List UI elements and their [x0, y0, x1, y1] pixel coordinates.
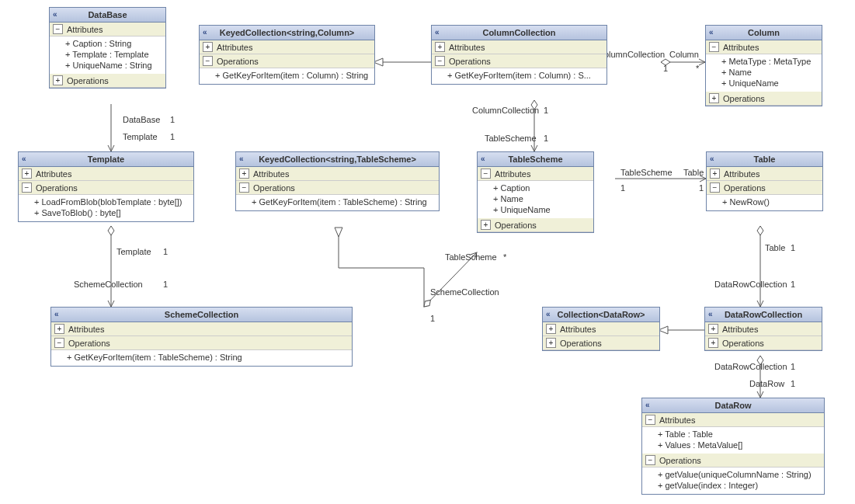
- assoc-role-template: Template: [123, 132, 158, 141]
- class-template[interactable]: «Template +Attributes −Operations + Load…: [18, 151, 194, 222]
- assoc-role-schemecoll: SchemeCollection: [74, 280, 143, 289]
- section-attributes[interactable]: −Attributes: [50, 23, 165, 36]
- class-title: «KeyedCollection<string,TableScheme>: [236, 152, 439, 167]
- plus-icon: +: [708, 324, 718, 334]
- attr-list: + Table : Table+ Values : MetaValue[]: [642, 427, 824, 454]
- section-attributes[interactable]: +Attributes: [432, 40, 606, 54]
- section-operations[interactable]: +Operations: [705, 336, 822, 350]
- section-operations[interactable]: −Operations: [200, 54, 374, 68]
- section-attributes[interactable]: +Attributes: [707, 167, 822, 181]
- assoc-mult-ts3: 1: [620, 183, 625, 193]
- section-operations[interactable]: −Operations: [236, 181, 439, 195]
- plus-icon: +: [708, 338, 718, 348]
- class-datarow-collection[interactable]: «DataRowCollection +Attributes +Operatio…: [704, 307, 822, 351]
- assoc-mult-database: 1: [170, 115, 175, 124]
- section-attributes[interactable]: +Attributes: [236, 167, 439, 181]
- assoc-role-database: DataBase: [123, 115, 160, 124]
- section-attributes[interactable]: −Attributes: [478, 167, 593, 181]
- class-title: «TableScheme: [478, 152, 593, 167]
- section-operations[interactable]: +Operations: [543, 336, 659, 350]
- class-column[interactable]: «Column −Attributes + MetaType : MetaTyp…: [705, 25, 822, 106]
- plus-icon: +: [709, 93, 719, 103]
- plus-icon: +: [239, 169, 249, 179]
- section-attributes[interactable]: +Attributes: [51, 322, 352, 336]
- plus-icon: +: [53, 75, 63, 85]
- class-tablescheme[interactable]: «TableScheme −Attributes + Caption+ Name…: [477, 151, 594, 233]
- assoc-mult-schemecoll2: 1: [430, 314, 435, 323]
- attr-list: + MetaType : MetaType+ Name+ UniqueName: [706, 54, 822, 92]
- plus-icon: +: [710, 169, 720, 179]
- section-operations[interactable]: +Operations: [706, 92, 822, 106]
- minus-icon: −: [53, 24, 63, 34]
- chevron-icon: «: [54, 310, 59, 318]
- plus-icon: +: [203, 42, 213, 52]
- class-title: «SchemeCollection: [51, 308, 352, 322]
- op-list: + LoadFromBlob(blobTemplate : byte[])+ S…: [19, 195, 193, 221]
- section-attributes[interactable]: +Attributes: [200, 40, 374, 54]
- section-attributes[interactable]: +Attributes: [543, 322, 659, 336]
- assoc-role-drc2: DataRowCollection: [714, 362, 787, 371]
- assoc-mult-col: *: [696, 64, 699, 73]
- assoc-role-template2: Template: [116, 247, 151, 256]
- assoc-mult-ts: *: [503, 252, 506, 262]
- assoc-role-ts2: TableScheme: [485, 134, 537, 143]
- class-title: «KeyedCollection<string,Column>: [200, 26, 374, 40]
- assoc-role-cc2: ColumnCollection: [598, 50, 665, 59]
- class-scheme-collection[interactable]: «SchemeCollection +Attributes −Operation…: [50, 307, 353, 367]
- class-keyed-column[interactable]: «KeyedCollection<string,Column> +Attribu…: [199, 25, 375, 85]
- class-table[interactable]: «Table +Attributes −Operations + NewRow(…: [706, 151, 823, 211]
- class-datarow[interactable]: «DataRow −Attributes + Table : Table+ Va…: [641, 398, 825, 495]
- op-list: + GetKeyForItem(item : Column) : S...: [432, 68, 606, 84]
- section-operations[interactable]: −Operations: [51, 336, 352, 350]
- assoc-mult-drc: 1: [791, 280, 795, 289]
- assoc-mult-cc: 1: [544, 106, 548, 115]
- plus-icon: +: [481, 220, 491, 230]
- section-operations[interactable]: −Operations: [707, 181, 822, 195]
- attr-list: + Caption : String+ Template : Template+…: [50, 36, 165, 74]
- minus-icon: −: [709, 42, 719, 52]
- section-operations[interactable]: −Operations: [432, 54, 606, 68]
- section-operations[interactable]: +Operations: [50, 74, 165, 88]
- minus-icon: −: [645, 455, 655, 465]
- assoc-mult-schemecoll: 1: [163, 280, 168, 289]
- class-title: «DataRowCollection: [705, 308, 822, 322]
- section-attributes[interactable]: +Attributes: [705, 322, 822, 336]
- op-list: + GetKeyForItem(item : Column) : String: [200, 68, 374, 84]
- chevron-icon: «: [203, 28, 207, 36]
- class-title: «DataBase: [50, 8, 165, 23]
- minus-icon: −: [481, 169, 491, 179]
- section-attributes[interactable]: +Attributes: [19, 167, 193, 181]
- op-list: + GetKeyForItem(item : TableScheme) : St…: [51, 350, 352, 366]
- assoc-role-ts3: TableScheme: [620, 168, 673, 177]
- minus-icon: −: [203, 56, 213, 66]
- assoc-mult-cc2: 1: [663, 64, 668, 73]
- class-collection-datarow[interactable]: «Collection<DataRow> +Attributes +Operat…: [542, 307, 660, 351]
- op-list: + getValue(uniqueColumnName : String)+ g…: [642, 468, 824, 494]
- class-title: «ColumnCollection: [432, 26, 606, 40]
- assoc-role-schemecoll2: SchemeCollection: [430, 287, 499, 297]
- chevron-icon: «: [710, 155, 714, 163]
- assoc-mult-template2: 1: [163, 247, 168, 256]
- assoc-role-cc: ColumnCollection: [472, 106, 539, 115]
- class-title: «Column: [706, 26, 822, 40]
- assoc-role-tab2: Table: [765, 243, 785, 252]
- class-column-collection[interactable]: «ColumnCollection +Attributes −Operation…: [431, 25, 607, 85]
- class-database[interactable]: «DataBase −Attributes + Caption : String…: [49, 7, 166, 89]
- class-keyed-scheme[interactable]: «KeyedCollection<string,TableScheme> +At…: [235, 151, 440, 211]
- assoc-mult-tab: 1: [699, 183, 704, 193]
- minus-icon: −: [710, 182, 720, 193]
- section-attributes[interactable]: −Attributes: [642, 413, 824, 427]
- chevron-icon: «: [53, 10, 57, 19]
- op-list: + NewRow(): [707, 195, 822, 210]
- section-operations[interactable]: +Operations: [478, 218, 593, 232]
- section-operations[interactable]: −Operations: [642, 454, 824, 468]
- assoc-role-tab: Table: [683, 168, 704, 177]
- assoc-role-drc: DataRowCollection: [714, 280, 787, 289]
- section-attributes[interactable]: −Attributes: [706, 40, 822, 54]
- chevron-icon: «: [22, 155, 26, 163]
- plus-icon: +: [54, 324, 64, 334]
- chevron-icon: «: [239, 155, 244, 163]
- assoc-mult-ts2: 1: [544, 134, 548, 143]
- section-operations[interactable]: −Operations: [19, 181, 193, 195]
- class-title: «Template: [19, 152, 193, 167]
